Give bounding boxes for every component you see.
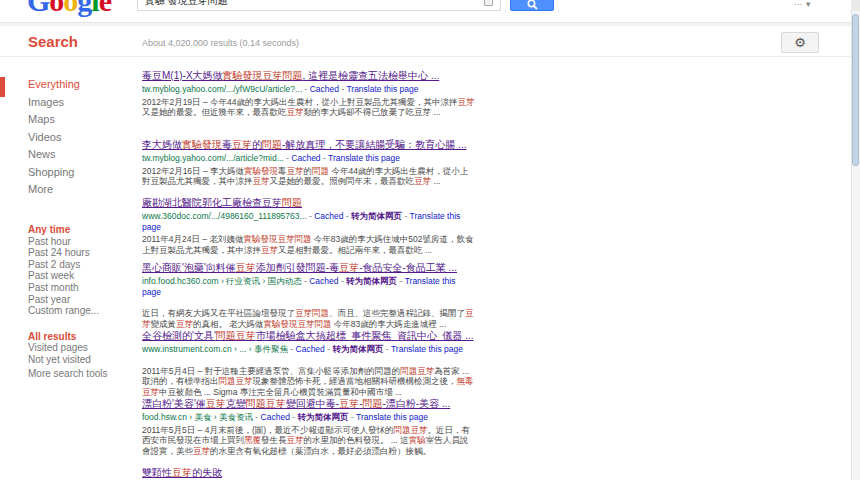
settings-button[interactable]: ⚙ xyxy=(781,32,819,53)
text-part: l xyxy=(91,0,98,17)
keyboard-icon[interactable] xyxy=(484,0,493,6)
text-part: 雙顆性 xyxy=(142,467,172,478)
filter-visited-pages[interactable]: Visited pages xyxy=(28,342,132,353)
text-part: 廠勘湖北醫院郭化工廠檢查豆芽 xyxy=(142,197,282,208)
result-snippet: 2011年5月5日 – 4月末前後，(圖)，最近不少報道顯示可使人發怵的問題豆芽… xyxy=(142,425,476,457)
sidebar-item-maps[interactable]: Maps xyxy=(28,111,128,129)
scrollbar-thumb[interactable] xyxy=(852,14,859,166)
result-snippet: 2011年5月4日 – 對于這種主要經過泵管、富集小籃等添加劑的問題的問題豆芽為… xyxy=(142,366,476,398)
filter-past-hour[interactable]: Past hour xyxy=(28,236,132,248)
result-url-line[interactable]: tw.myblog.yahoo.com/.../yfW9cU/article?.… xyxy=(142,84,476,95)
highlighted-term: 豆芽 xyxy=(261,245,278,255)
result-title-link[interactable]: 雙顆性豆芽的失敗 xyxy=(142,467,476,479)
sidebar-item-shopping[interactable]: Shopping xyxy=(28,164,128,182)
product-label-search: Search xyxy=(28,33,78,50)
sidebar-item-videos[interactable]: Videos xyxy=(28,129,128,147)
url-link[interactable]: Cached xyxy=(310,84,339,94)
url-link[interactable]: Cached xyxy=(309,276,338,286)
text-part: 克變 xyxy=(226,398,246,409)
highlighted-term: 問題豆芽 xyxy=(394,425,428,435)
sidebar-item-images[interactable]: Images xyxy=(28,94,128,112)
text-part: 的真相。 老大媽做 xyxy=(193,319,263,329)
separator: - xyxy=(288,344,296,354)
result-url-line[interactable]: info.food.hc360.com › 行业资讯 › 国内动态 - Cach… xyxy=(142,276,476,297)
account-menu[interactable]: ⋯ ▼ xyxy=(794,0,812,9)
url-link[interactable]: Cached xyxy=(296,344,325,354)
separator: - xyxy=(402,211,410,221)
search-result: 黑心商販'泡藥'向料催豆芽添加劑引發問題-毒豆芽-食品安全-食品工業 ... i… xyxy=(142,262,476,329)
result-url-line[interactable]: tw.myblog.yahoo.com/.../article?mid... -… xyxy=(142,153,476,164)
text-part: 黑心商販'泡藥'向料催 xyxy=(142,262,236,273)
result-title-link[interactable]: 黑心商販'泡藥'向料催豆芽添加劑引發問題-毒豆芽-食品安全-食品工業 ... xyxy=(142,262,476,274)
separator: - xyxy=(397,276,405,286)
highlighted-term: 黑覆 xyxy=(244,435,261,445)
sidebar-visited-filters: All results Visited pages Not yet visite… xyxy=(28,331,132,365)
url-link[interactable]: Translate this page xyxy=(391,344,463,354)
text-part: , 這裡是檢靈查五法檢舉中心 ... xyxy=(303,70,440,81)
filter-past-week[interactable]: Past week xyxy=(28,270,132,282)
more-search-tools[interactable]: More search tools xyxy=(28,368,107,379)
sidebar-item-everything[interactable]: Everything xyxy=(28,76,128,94)
result-title-link[interactable]: 全谷檢測的'文具'問題豆芽市場檢驗盒大搞超標_事件聚焦_資訊中心_儀器 ... xyxy=(142,330,476,342)
google-logo[interactable]: Google xyxy=(27,0,111,18)
result-title-link[interactable]: 廠勘湖北醫院郭化工廠檢查豆芽問題 xyxy=(142,197,476,209)
result-url: food.hsw.cn › 美食 › 美食资讯 xyxy=(142,412,253,422)
highlighted-term: 問題 xyxy=(262,139,282,150)
result-snippet: 2012年2月16日 – 李大媽做實驗發現毒豆芽的問題 今年44歲的李大媽出生農… xyxy=(142,166,476,187)
text-part: 又是相對最愛。相記兩年來，最喜歡吃 ... xyxy=(278,245,432,255)
separator: - xyxy=(343,211,351,221)
url-link[interactable]: Cached xyxy=(291,153,320,163)
separator: - xyxy=(302,84,310,94)
filter-not-yet-visited[interactable]: Not yet visited xyxy=(28,354,132,365)
highlighted-term: 豆芽 xyxy=(206,398,226,409)
separator: - xyxy=(383,344,391,354)
text-part: 2012年2月16日 – 李大媽做 xyxy=(142,166,244,176)
highlighted-term: 實驗發現豆芽問題 xyxy=(243,234,311,244)
text-part: g xyxy=(77,0,91,17)
selected-nav-indicator xyxy=(0,77,5,97)
search-result: 全谷檢測的'文具'問題豆芽市場檢驗盒大搞超標_事件聚焦_資訊中心_儀器 ... … xyxy=(142,330,476,397)
text-part: o xyxy=(63,0,77,17)
separator: - xyxy=(348,412,356,422)
filter-custom-range[interactable]: Custom range... xyxy=(28,305,132,317)
result-url-line[interactable]: www.instrument.com.cn › ... › 事件聚焦 - Cac… xyxy=(142,344,476,355)
url-link[interactable]: Cached xyxy=(261,412,290,422)
result-url-line[interactable]: food.hsw.cn › 美食 › 美食资讯 - Cached - 转为简体网… xyxy=(142,412,476,423)
url-link[interactable]: Translate this page xyxy=(356,412,428,422)
scrollbar-up-arrow[interactable] xyxy=(851,0,860,11)
result-title-link[interactable]: 李大媽做實驗發現毒豆芽的問題-解放真理，不要讓結腸受騙：教育心腸 ... xyxy=(142,139,476,151)
filter-all-results[interactable]: All results xyxy=(28,331,132,342)
highlighted-term: 問題豆芽 xyxy=(216,330,256,341)
result-url: tw.myblog.yahoo.com/.../article?mid... xyxy=(142,153,284,163)
filter-past-24-hours[interactable]: Past 24 hours xyxy=(28,247,132,259)
highlighted-term: 豆芽 xyxy=(232,139,252,150)
result-snippet: 2011年4月24日 – 老刘姨做實驗發現豆芽問題 今年83歲的李大媽住城中50… xyxy=(142,234,476,255)
filter-any-time[interactable]: Any time xyxy=(28,224,132,236)
url-link[interactable]: 转为简体网页 xyxy=(297,412,348,422)
url-link[interactable]: Cached xyxy=(314,211,343,221)
sidebar-item-news[interactable]: News xyxy=(28,146,128,164)
result-title-link[interactable]: 漂白粉'美容'催豆芽克變問題豆芽變回避中毒-豆芽-問題-漂白粉-美容 ... xyxy=(142,398,476,410)
filter-past-year[interactable]: Past year xyxy=(28,294,132,306)
url-link[interactable]: 转为简体网页 xyxy=(346,276,397,286)
text-part: 的水里含有氧化超標（葉漂白水，最好必須漂白粉）接觸。 xyxy=(210,446,431,456)
url-link[interactable]: Translate this page xyxy=(328,153,400,163)
scrollbar[interactable] xyxy=(851,0,860,480)
url-link[interactable]: 转为简体网页 xyxy=(351,211,402,221)
text-part: 2011年5月5日 – 4月末前後，(圖)，最近不少報道顯示可使人發怵的 xyxy=(142,425,394,435)
url-link[interactable]: 转为简体网页 xyxy=(332,344,383,354)
url-link[interactable]: Translate this page xyxy=(346,84,418,94)
highlighted-term: 豆芽 xyxy=(172,467,192,478)
filter-past-2-days[interactable]: Past 2 days xyxy=(28,259,132,271)
text-part: ... xyxy=(431,176,440,186)
sidebar-item-more[interactable]: More xyxy=(28,181,128,199)
text-part: 市場檢驗盒大搞超標_事件聚焦_資訊中心_儀器 ... xyxy=(256,330,474,341)
text-part: 2012年2月19日 – 今年44歲的李大媽出生農村，從小上對豆製品尤其獨愛，其… xyxy=(142,97,458,107)
result-snippet: 2012年2月19日 – 今年44歲的李大媽出生農村，從小上對豆製品尤其獨愛，其… xyxy=(142,97,476,118)
text-part: 類的李大媽卻不得已放棄了吃豆芽 ... xyxy=(304,107,441,117)
filter-past-month[interactable]: Past month xyxy=(28,282,132,294)
result-url-line[interactable]: www.360doc.com/.../4986160_111895763... … xyxy=(142,211,476,232)
search-button[interactable] xyxy=(510,0,554,11)
result-title-link[interactable]: 毒豆M(1)-X大媽做實驗發現豆芽問題, 這裡是檢靈查五法檢舉中心 ... xyxy=(142,70,476,82)
text-part: 2011年5月4日 – 對于這種主要經過泵管、富集小籃等添加劑的問題的 xyxy=(142,366,400,376)
